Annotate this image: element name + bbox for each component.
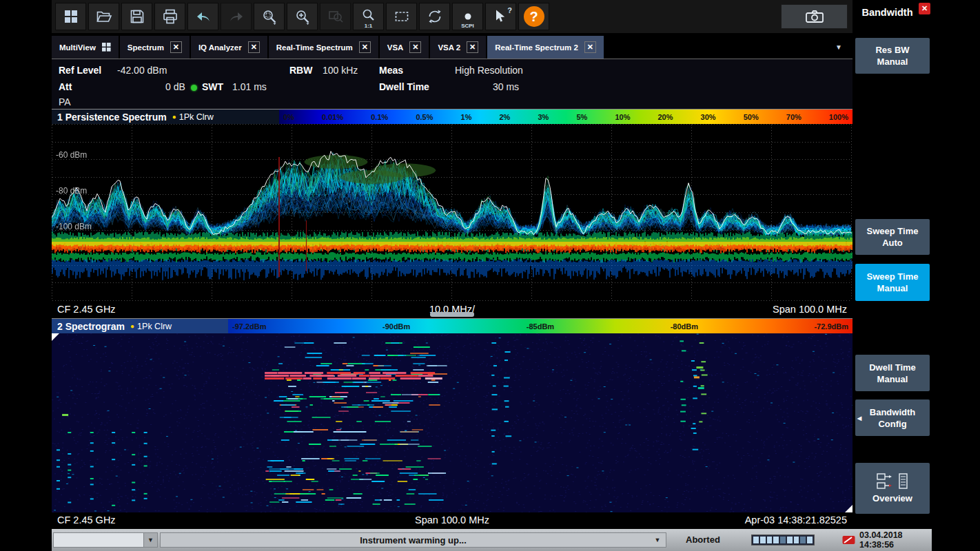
- open-button[interactable]: [88, 3, 119, 30]
- status-bar: ▼ Instrument warming up... ▼ Aborted 03.…: [52, 529, 932, 551]
- zoom-in-button[interactable]: [287, 3, 318, 30]
- multiview-grid-icon: [102, 43, 111, 52]
- tab-label: IQ Analyzer: [198, 43, 242, 52]
- zoom-overlay-icon: [327, 8, 344, 25]
- softkey-sweep-time-auto[interactable]: Sweep Time Auto: [855, 219, 930, 255]
- swt-status-led: [191, 85, 197, 91]
- rbw-value[interactable]: 100 kHz: [323, 65, 358, 76]
- tab-close-icon[interactable]: ✕: [584, 41, 596, 53]
- zoom-select-button[interactable]: [254, 3, 285, 30]
- spectrogram-title-bar[interactable]: 2 Spectrogram ● 1Pk Clrw -97.2dBm-90dBm-…: [52, 319, 853, 333]
- y-axis-label: -80 dBm: [56, 186, 87, 196]
- tab-label: VSA 2: [438, 43, 460, 52]
- center-frequency-readout[interactable]: CF 2.45 GHz: [57, 304, 320, 315]
- softkey-label: Sweep Time Auto: [867, 225, 919, 249]
- scale-label: 50%: [744, 113, 759, 121]
- scale-label: -97.2dBm: [232, 322, 267, 331]
- zoom-one-to-one-button[interactable]: 1:1: [353, 3, 384, 30]
- persistence-trace-canvas[interactable]: [52, 124, 853, 302]
- status-combobox[interactable]: ▼: [53, 532, 158, 548]
- persistence-title-bar[interactable]: 1 Persistence Spectrum ● 1Pk Clrw 0%0.01…: [52, 110, 853, 124]
- scpi-icon: [460, 11, 476, 22]
- scale-label: -90dBm: [382, 322, 410, 331]
- span-readout[interactable]: Span 100.0 MHz: [320, 514, 584, 526]
- softkey-dwell-time-manual[interactable]: Dwell Time Manual: [855, 355, 930, 391]
- zoom-select-icon: [261, 8, 278, 25]
- tab-multiview[interactable]: MultiView: [52, 36, 119, 59]
- save-button[interactable]: [121, 3, 152, 30]
- open-folder-icon: [96, 8, 112, 25]
- y-axis-label: -100 dBm: [56, 222, 92, 231]
- span-readout[interactable]: Span 100.0 MHz: [584, 304, 847, 315]
- sweep-status-label: Aborted: [686, 534, 720, 545]
- zoom-overlay-button[interactable]: [320, 3, 351, 30]
- chevron-down-icon[interactable]: ▼: [651, 533, 664, 547]
- context-help-button[interactable]: ?: [485, 3, 516, 30]
- redo-button[interactable]: [221, 3, 252, 30]
- tab-iq-analyzer[interactable]: IQ Analyzer ✕: [191, 36, 267, 59]
- help-button[interactable]: ?: [518, 3, 549, 30]
- progress-segment: [800, 537, 806, 543]
- scale-label: 5%: [576, 113, 587, 121]
- swt-value[interactable]: 1.01 ms: [232, 81, 267, 92]
- close-icon: ✕: [921, 4, 928, 13]
- progress-segment: [760, 537, 766, 543]
- softkey-sweep-time-manual[interactable]: Sweep Time Manual: [855, 264, 930, 301]
- instrument-screen: 1:1 SCPI ? ? MultiView Spectrum: [0, 0, 980, 551]
- time-label: 14:38:56: [859, 540, 903, 550]
- chevron-down-icon: ▼: [835, 43, 842, 51]
- ref-level-value[interactable]: -42.00 dBm: [117, 65, 167, 76]
- print-button[interactable]: [154, 3, 185, 30]
- tab-real-time-spectrum-2[interactable]: Real-Time Spectrum 2 ✕: [487, 36, 604, 59]
- zoom-in-icon: [294, 8, 311, 25]
- tab-close-icon[interactable]: ✕: [467, 41, 478, 53]
- softkey-overview[interactable]: Overview: [855, 463, 930, 514]
- undo-icon: [195, 8, 212, 25]
- tab-list-dropdown[interactable]: ▼: [825, 36, 853, 59]
- tab-close-icon[interactable]: ✕: [359, 41, 371, 53]
- progress-segment: [807, 537, 813, 543]
- tab-close-icon[interactable]: ✕: [170, 41, 182, 53]
- close-menu-button[interactable]: ✕: [919, 3, 930, 14]
- focus-corner-icon: [845, 505, 853, 512]
- softkey-bandwidth-config[interactable]: ◀ Bandwidth Config: [855, 399, 930, 436]
- window-splitter-handle[interactable]: [430, 312, 474, 317]
- scale-label: 3%: [538, 113, 549, 121]
- window-title: 1 Persistence Spectrum: [57, 112, 167, 123]
- tab-close-icon[interactable]: ✕: [409, 41, 421, 53]
- spectrogram-waterfall-canvas[interactable]: [52, 333, 853, 512]
- spectrogram-plot-area: [52, 333, 853, 512]
- windows-button[interactable]: [55, 3, 86, 30]
- date-time-readout: 03.04.2018 14:38:56: [859, 530, 903, 550]
- screenshot-button[interactable]: [781, 4, 848, 29]
- undo-button[interactable]: [187, 3, 218, 30]
- persistence-plot-area: -60 dBm -80 dBm -100 dBm: [52, 124, 853, 302]
- tab-spectrum[interactable]: Spectrum ✕: [120, 36, 190, 59]
- meas-value[interactable]: High Resolution: [455, 65, 523, 76]
- ref-level-label: Ref Level: [59, 65, 101, 76]
- one-to-one-label: 1:1: [354, 23, 383, 29]
- att-value[interactable]: 0 dB: [165, 81, 185, 92]
- dwell-time-value[interactable]: 30 ms: [493, 81, 519, 92]
- refresh-button[interactable]: [419, 3, 450, 30]
- tab-label: Spectrum: [127, 43, 164, 52]
- status-message-field[interactable]: Instrument warming up... ▼: [160, 532, 666, 548]
- scale-label: 2%: [499, 113, 510, 121]
- help-icon: ?: [524, 6, 544, 27]
- swt-label: SWT: [202, 81, 223, 92]
- tab-close-icon[interactable]: ✕: [248, 41, 260, 53]
- softkey-sidebar: Bandwidth ✕ Res BW Manual Sweep Time Aut…: [853, 0, 932, 551]
- progress-segment: [753, 537, 759, 543]
- softkey-label: Overview: [872, 492, 912, 504]
- y-axis-label: -60 dBm: [56, 150, 87, 160]
- tab-vsa[interactable]: VSA ✕: [380, 36, 429, 59]
- scpi-recorder-button[interactable]: SCPI: [452, 3, 483, 30]
- measurement-settings-header[interactable]: Ref Level -42.00 dBm RBW 100 kHz Meas Hi…: [52, 59, 853, 109]
- scale-label: 1%: [461, 113, 472, 121]
- tab-vsa-2[interactable]: VSA 2 ✕: [430, 36, 486, 59]
- chevron-down-icon[interactable]: ▼: [143, 533, 157, 547]
- select-area-button[interactable]: [386, 3, 417, 30]
- tab-real-time-spectrum[interactable]: Real-Time Spectrum ✕: [269, 36, 378, 59]
- center-frequency-readout[interactable]: CF 2.45 GHz: [57, 514, 320, 526]
- softkey-res-bw-manual[interactable]: Res BW Manual: [855, 38, 930, 74]
